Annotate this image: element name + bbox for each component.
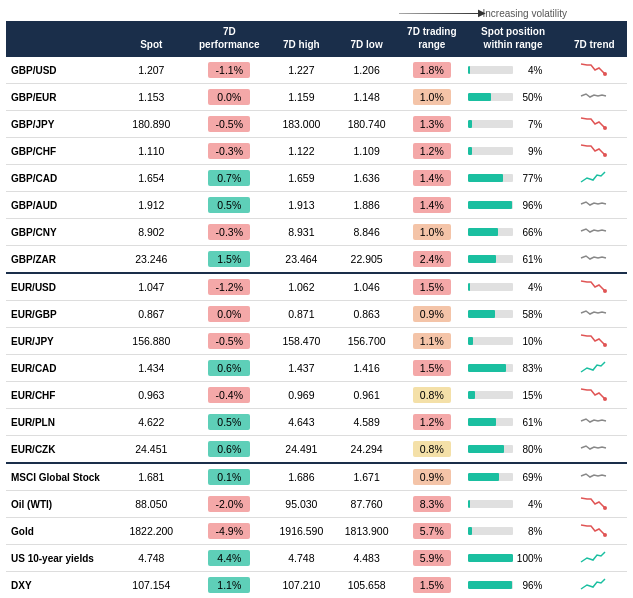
low-value: 4.589 — [334, 409, 399, 436]
low-value: 1.109 — [334, 138, 399, 165]
perf-value: 0.0% — [190, 301, 269, 328]
spot-position: 7% — [464, 111, 561, 138]
range-value: 1.5% — [399, 273, 464, 301]
spot-position: 80% — [464, 436, 561, 464]
table-row: GBP/ZAR 23.246 1.5% 23.464 22.905 2.4% 6… — [6, 246, 627, 274]
trend-value — [562, 545, 627, 572]
spot-value: 4.748 — [113, 545, 190, 572]
trend-value — [562, 463, 627, 491]
pair-label: GBP/CHF — [6, 138, 113, 165]
col-perf: 7Dperformance — [190, 21, 269, 56]
range-value: 1.3% — [399, 111, 464, 138]
table-header-row: Spot 7Dperformance 7D high 7D low 7D tra… — [6, 21, 627, 56]
low-value: 180.740 — [334, 111, 399, 138]
range-value: 0.8% — [399, 382, 464, 409]
table-row: DXY 107.154 1.1% 107.210 105.658 1.5% 96… — [6, 572, 627, 599]
high-value: 1.686 — [269, 463, 334, 491]
trend-value — [562, 491, 627, 518]
col-range: 7D tradingrange — [399, 21, 464, 56]
trend-value — [562, 273, 627, 301]
range-value: 1.5% — [399, 355, 464, 382]
high-value: 1.437 — [269, 355, 334, 382]
spot-position: 96% — [464, 572, 561, 599]
pair-label: US 10-year yields — [6, 545, 113, 572]
trend-value — [562, 572, 627, 599]
high-value: 1916.590 — [269, 518, 334, 545]
perf-value: -1.1% — [190, 56, 269, 84]
low-value: 1.886 — [334, 192, 399, 219]
low-value: 1.636 — [334, 165, 399, 192]
spot-value: 1.912 — [113, 192, 190, 219]
perf-value: -0.3% — [190, 219, 269, 246]
spot-value: 107.154 — [113, 572, 190, 599]
trend-value — [562, 301, 627, 328]
range-value: 1.2% — [399, 409, 464, 436]
spot-value: 1.110 — [113, 138, 190, 165]
table-row: MSCI Global Stock 1.681 0.1% 1.686 1.671… — [6, 463, 627, 491]
perf-value: -0.5% — [190, 111, 269, 138]
pair-label: EUR/PLN — [6, 409, 113, 436]
perf-value: -0.5% — [190, 328, 269, 355]
spot-position: 61% — [464, 246, 561, 274]
low-value: 1813.900 — [334, 518, 399, 545]
range-value: 1.4% — [399, 165, 464, 192]
spot-value: 0.963 — [113, 382, 190, 409]
pair-label: GBP/AUD — [6, 192, 113, 219]
trend-value — [562, 192, 627, 219]
table-row: EUR/CZK 24.451 0.6% 24.491 24.294 0.8% 8… — [6, 436, 627, 464]
range-value: 5.9% — [399, 545, 464, 572]
perf-value: 0.5% — [190, 409, 269, 436]
range-value: 1.8% — [399, 56, 464, 84]
range-value: 1.4% — [399, 192, 464, 219]
spot-position: 4% — [464, 491, 561, 518]
low-value: 1.206 — [334, 56, 399, 84]
svg-point-4 — [603, 343, 607, 347]
col-trend: 7D trend — [562, 21, 627, 56]
perf-value: -0.3% — [190, 138, 269, 165]
trend-value — [562, 355, 627, 382]
range-value: 1.5% — [399, 572, 464, 599]
perf-value: -0.4% — [190, 382, 269, 409]
pair-label: DXY — [6, 572, 113, 599]
spot-position: 83% — [464, 355, 561, 382]
low-value: 1.671 — [334, 463, 399, 491]
svg-point-0 — [603, 72, 607, 76]
pair-label: GBP/ZAR — [6, 246, 113, 274]
table-row: EUR/GBP 0.867 0.0% 0.871 0.863 0.9% 58% — [6, 301, 627, 328]
spot-position: 61% — [464, 409, 561, 436]
range-value: 1.0% — [399, 84, 464, 111]
trend-value — [562, 138, 627, 165]
low-value: 105.658 — [334, 572, 399, 599]
table-row: EUR/USD 1.047 -1.2% 1.062 1.046 1.5% 4% — [6, 273, 627, 301]
spot-position: 9% — [464, 138, 561, 165]
perf-value: 0.0% — [190, 84, 269, 111]
range-value: 8.3% — [399, 491, 464, 518]
high-value: 107.210 — [269, 572, 334, 599]
range-value: 1.0% — [399, 219, 464, 246]
spot-position: 50% — [464, 84, 561, 111]
svg-point-6 — [603, 506, 607, 510]
volatility-header: Increasing volatility — [6, 8, 627, 19]
low-value: 0.863 — [334, 301, 399, 328]
spot-value: 1822.200 — [113, 518, 190, 545]
low-value: 24.294 — [334, 436, 399, 464]
spot-position: 8% — [464, 518, 561, 545]
spot-value: 1.047 — [113, 273, 190, 301]
spot-position: 15% — [464, 382, 561, 409]
pair-label: Oil (WTI) — [6, 491, 113, 518]
col-pair — [6, 21, 113, 56]
spot-position: 77% — [464, 165, 561, 192]
table-row: EUR/CHF 0.963 -0.4% 0.969 0.961 0.8% 15% — [6, 382, 627, 409]
spot-position: 96% — [464, 192, 561, 219]
table-row: Gold 1822.200 -4.9% 1916.590 1813.900 5.… — [6, 518, 627, 545]
spot-value: 1.434 — [113, 355, 190, 382]
svg-point-1 — [603, 126, 607, 130]
pair-label: GBP/EUR — [6, 84, 113, 111]
svg-point-5 — [603, 397, 607, 401]
spot-position: 4% — [464, 273, 561, 301]
trend-value — [562, 246, 627, 274]
col-high: 7D high — [269, 21, 334, 56]
high-value: 4.748 — [269, 545, 334, 572]
spot-position: 58% — [464, 301, 561, 328]
table-row: GBP/USD 1.207 -1.1% 1.227 1.206 1.8% 4% — [6, 56, 627, 84]
